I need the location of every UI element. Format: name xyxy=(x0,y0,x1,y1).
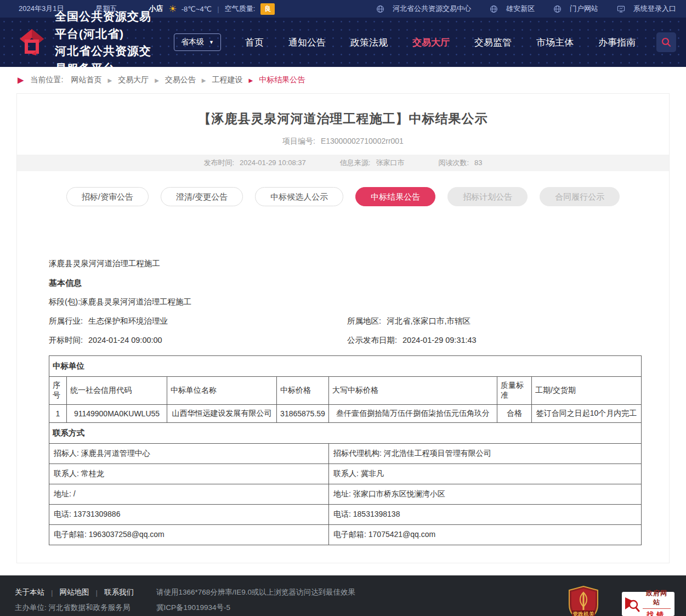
temperature: -8℃~4℃ xyxy=(182,5,212,13)
region-selector-dropdown[interactable]: 省本级 ▼ xyxy=(174,33,221,51)
chevron-right-icon: ▶ xyxy=(107,77,112,83)
globe-icon xyxy=(490,5,498,13)
breadcrumb-trading-hall[interactable]: 交易大厅 xyxy=(118,75,149,85)
footer-badges: 党政机关 政府网站 找错 xyxy=(568,586,674,616)
chevron-right-icon: ▶ xyxy=(249,77,253,83)
air-quality-badge: 良 xyxy=(260,3,275,15)
address-left: 地址: / xyxy=(49,484,329,505)
nav-market-entities[interactable]: 市场主体 xyxy=(536,36,574,49)
basic-info-heading: 基本信息 xyxy=(49,279,640,287)
cell-bid-price: 31865875.59 xyxy=(277,405,329,423)
page-title: 【涿鹿县灵泉河河道治理工程施工】中标结果公示 xyxy=(17,110,669,127)
error-report-magnifier-icon xyxy=(625,595,640,613)
contact-section-title: 联系方式 xyxy=(49,423,642,444)
read-count: 阅读次数:83 xyxy=(438,158,482,168)
industry-field: 所属行业:生态保护和环境治理业 xyxy=(49,317,347,325)
result-table: 中标单位 序号 统一社会信用代码 中标单位名称 中标价格 大写中标价格 质量标准… xyxy=(49,355,642,545)
contact-row: 招标人: 涿鹿县河道管理中心 招标代理机构: 河北浩佳工程项目管理有限公司 xyxy=(49,444,642,464)
col-header: 工期/交货期 xyxy=(532,377,642,405)
site-title: 全国公共资源交易平台(河北省) 河北省公共资源交易服务平台 xyxy=(55,8,154,77)
table-section-contact: 联系方式 xyxy=(49,423,642,444)
footer-link-about[interactable]: 关于本站 xyxy=(15,587,44,597)
article-card: 【涿鹿县灵泉河河道治理工程施工】中标结果公示 项目编号: E1300000271… xyxy=(16,93,670,563)
error-report-badge-action: 找错 xyxy=(643,609,671,616)
project-name: 涿鹿县灵泉河河道治理工程施工 xyxy=(49,259,640,268)
article-meta-bar: 发布时间:2024-01-29 10:08:37 信息来源:张家口市 阅读次数:… xyxy=(17,155,669,171)
nav-service-guide[interactable]: 办事指南 xyxy=(598,36,636,49)
link-xiongan[interactable]: 雄安新区 xyxy=(490,4,535,14)
cell-winner-name: 山西华恒远建设发展有限公司 xyxy=(167,405,277,423)
region-selector-value: 省本级 xyxy=(181,37,204,47)
browser-notice: 请使用1366*768分辨率/IE9.0或以上浏览器访问达到最佳效果 xyxy=(156,587,355,597)
breadcrumb-home[interactable]: 网站首页 xyxy=(71,75,101,85)
info-row-2: 开标时间:2024-01-24 09:00:00 公示发布日期:2024-01-… xyxy=(49,336,640,344)
breadcrumb-engineering[interactable]: 工程建设 xyxy=(212,75,243,85)
link-trade-center[interactable]: 河北省公共资源交易中心 xyxy=(376,4,471,14)
party-government-badge[interactable]: 党政机关 xyxy=(568,586,599,616)
tab-candidate-publicity[interactable]: 中标候选人公示 xyxy=(255,187,343,206)
link-portal[interactable]: 门户网站 xyxy=(553,4,598,14)
agency-field: 招标代理机构: 河北浩佳工程项目管理有限公司 xyxy=(329,444,642,464)
tab-result-announcement[interactable]: 中标结果公告 xyxy=(355,187,435,206)
contact-row: 地址: / 地址: 张家口市桥东区悦澜湾小区 xyxy=(49,484,642,505)
breadcrumb-trade-notice[interactable]: 交易公告 xyxy=(165,75,196,85)
phone-right: 电话: 18531398138 xyxy=(329,505,642,525)
search-button[interactable] xyxy=(656,32,676,52)
site-header: 全国公共资源交易平台(河北省) 河北省公共资源交易服务平台 省本级 ▼ 首页 通… xyxy=(0,18,686,67)
col-header: 大写中标价格 xyxy=(329,377,497,405)
region-field: 所属地区:河北省,张家口市,市辖区 xyxy=(347,317,470,325)
lot-line: 标段(包):涿鹿县灵泉河河道治理工程施工 xyxy=(49,298,640,306)
footer-link-sitemap[interactable]: 网站地图 xyxy=(60,587,89,597)
chevron-right-icon: ▶ xyxy=(155,77,159,83)
tab-contract-performance: 合同履行公示 xyxy=(540,187,620,206)
cell-quality: 合格 xyxy=(497,405,532,423)
col-header: 中标价格 xyxy=(277,377,329,405)
email-left: 电子邮箱: 1963037258@qq.com xyxy=(49,525,329,545)
breadcrumb-prefix: 当前位置: xyxy=(31,75,64,85)
contact-person-left: 联系人: 常桂龙 xyxy=(49,464,329,484)
cell-bid-price-words: 叁仟壹佰捌拾陆万伍仟捌佰柒拾伍元伍角玖分 xyxy=(329,405,497,423)
tab-bidding-notice[interactable]: 招标/资审公告 xyxy=(66,187,149,206)
chevron-right-icon: ▶ xyxy=(202,77,206,83)
divider: | xyxy=(217,5,219,13)
info-source: 信息来源:张家口市 xyxy=(340,158,405,168)
nav-policies[interactable]: 政策法规 xyxy=(350,36,388,49)
site-logo-icon xyxy=(16,27,47,58)
party-badge-text: 党政机关 xyxy=(572,611,594,616)
link-system-login[interactable]: 系统登录入口 xyxy=(617,4,676,14)
phone-left: 电话: 13731309886 xyxy=(49,505,329,525)
table-section-winner: 中标单位 xyxy=(49,356,642,377)
project-number-line: 项目编号: E13000002710002rr001 xyxy=(17,137,669,146)
monitor-icon xyxy=(617,5,625,13)
contact-row: 电子邮箱: 1963037258@qq.com 电子邮箱: 17075421@q… xyxy=(49,525,642,545)
col-header: 质量标准 xyxy=(497,377,532,405)
footer-link-contact[interactable]: 联系我们 xyxy=(104,587,134,597)
winner-header-row: 序号 统一社会信用代码 中标单位名称 中标价格 大写中标价格 质量标准 工期/交… xyxy=(49,377,642,405)
tab-clarification[interactable]: 澄清/变更公告 xyxy=(161,187,243,206)
col-header: 统一社会信用代码 xyxy=(67,377,167,405)
announcement-tabs: 招标/资审公告 澄清/变更公告 中标候选人公示 中标结果公告 招标计划公告 合同… xyxy=(17,187,669,206)
air-quality-label: 空气质量: xyxy=(225,4,256,14)
site-footer: 关于本站 | 网站地图 | 联系我们 请使用1366*768分辨率/IE9.0或… xyxy=(0,575,686,616)
nav-home[interactable]: 首页 xyxy=(245,36,264,49)
article-title-block: 【涿鹿县灵泉河河道治理工程施工】中标结果公示 项目编号: E1300000271… xyxy=(17,94,669,146)
tenderer-field: 招标人: 涿鹿县河道管理中心 xyxy=(49,444,329,464)
contact-person-right: 联系人: 冀非凡 xyxy=(329,464,642,484)
cell-credit-code: 91149900MA0KUWLU55 xyxy=(67,405,167,423)
nav-supervision[interactable]: 交易监管 xyxy=(474,36,512,49)
tab-bidding-plan: 招标计划公告 xyxy=(447,187,528,206)
chevron-down-icon: ▼ xyxy=(209,39,214,45)
breadcrumb-current: 中标结果公告 xyxy=(259,75,305,85)
contact-row: 联系人: 常桂龙 联系人: 冀非凡 xyxy=(49,464,642,484)
globe-icon xyxy=(553,5,562,13)
site-title-line2: 河北省公共资源交易服务平台 xyxy=(55,42,154,77)
gov-site-error-report-badge[interactable]: 政府网站 找错 xyxy=(622,592,674,616)
winner-data-row: 1 91149900MA0KUWLU55 山西华恒远建设发展有限公司 31865… xyxy=(49,405,642,423)
site-title-line1: 全国公共资源交易平台(河北省) xyxy=(55,8,154,42)
nav-trading-hall[interactable]: 交易大厅 xyxy=(412,36,450,49)
publish-time: 发布时间:2024-01-29 10:08:37 xyxy=(203,158,305,168)
host-unit: 主办单位: 河北省数据和政务服务局 xyxy=(15,603,156,613)
main-nav: 首页 通知公告 政策法规 交易大厅 交易监管 市场主体 办事指南 xyxy=(245,36,636,49)
cell-duration: 签订合同之日起10个月内完工 xyxy=(532,405,642,423)
nav-notices[interactable]: 通知公告 xyxy=(288,36,326,49)
